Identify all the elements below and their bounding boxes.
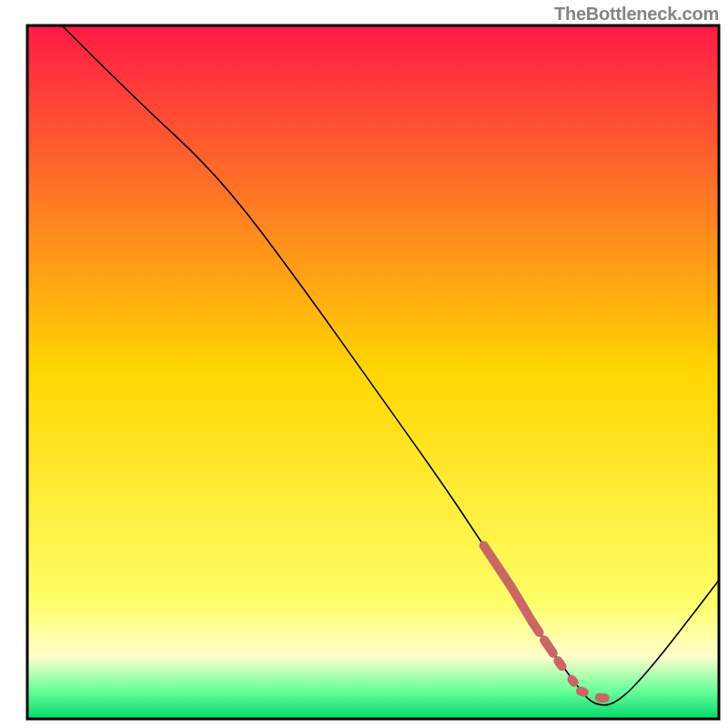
bottleneck-chart	[0, 0, 728, 728]
watermark-text: TheBottleneck.com	[554, 4, 719, 25]
chart-container: TheBottleneck.com	[0, 0, 728, 728]
svg-rect-0	[27, 25, 719, 719]
